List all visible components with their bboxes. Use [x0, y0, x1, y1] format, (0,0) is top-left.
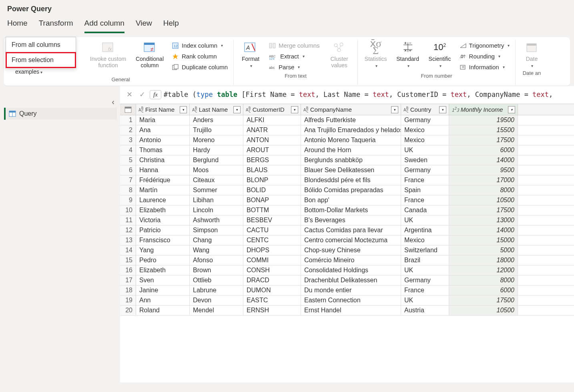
cell[interactable]: Roland	[136, 306, 190, 315]
table-row[interactable]: 18JanineLabruneDUMONDu monde entierFranc…	[120, 285, 574, 296]
collapse-pane-icon[interactable]: ‹	[112, 97, 114, 107]
table-row[interactable]: 9LaurenceLibihanBONAPBon app'France10500	[120, 195, 574, 205]
cell[interactable]: Ashworth	[190, 215, 243, 225]
table-row[interactable]: 6HannaMoosBLAUSBlauer See DelikatessenGe…	[120, 165, 574, 175]
cell[interactable]: Hardy	[190, 145, 243, 155]
cell[interactable]: Christina	[136, 155, 190, 165]
cell[interactable]: AROUT	[243, 145, 301, 155]
cell[interactable]: 17000	[449, 175, 518, 185]
table-corner-icon[interactable]	[120, 104, 136, 115]
column-header[interactable]: ABCLast Name▾	[190, 104, 243, 115]
cell[interactable]: BONAP	[243, 195, 301, 205]
parse-button[interactable]: abc Parse▾	[267, 63, 321, 71]
table-row[interactable]: 13FransciscoChangCENTCCentro comercial M…	[120, 235, 574, 245]
cell[interactable]: 15000	[449, 235, 518, 245]
cell[interactable]: 6000	[449, 145, 518, 155]
filter-icon[interactable]: ▾	[291, 106, 298, 113]
tab-home[interactable]: Home	[7, 16, 28, 33]
cell[interactable]: B's Beverages	[301, 215, 401, 225]
filter-icon[interactable]: ▾	[391, 106, 398, 113]
table-row[interactable]: 14YangWangDHOPSChop-suey ChineseSwitzerl…	[120, 245, 574, 255]
cell[interactable]: DHOPS	[243, 245, 301, 255]
cell[interactable]: Mexico	[401, 125, 449, 135]
cell[interactable]: Devon	[190, 296, 243, 305]
formula-text[interactable]: #table (type table [First Name = text, L…	[164, 90, 553, 99]
cell[interactable]: Afonso	[190, 255, 243, 265]
cell[interactable]: Ann	[136, 296, 190, 305]
cell[interactable]: Mexico	[401, 135, 449, 145]
cell[interactable]: 14000	[449, 155, 518, 165]
cell[interactable]: Thomas	[136, 145, 190, 155]
column-header[interactable]: ABCCustomerID▾	[243, 104, 301, 115]
column-header[interactable]: ABCCompanyName▾	[301, 104, 401, 115]
cell[interactable]: Bottom-Dollar Markets	[301, 205, 401, 215]
table-row[interactable]: 8MartínSommerBOLIDBólido Comidas prepara…	[120, 185, 574, 195]
cell[interactable]: Anders	[190, 115, 243, 125]
cell[interactable]: 19500	[449, 115, 518, 125]
duplicate-column-button[interactable]: Duplicate column	[171, 63, 229, 71]
cell[interactable]: 6000	[449, 285, 518, 295]
standard-button[interactable]: +−×÷ Standard▾	[394, 40, 422, 68]
cell[interactable]: Moreno	[190, 135, 243, 145]
cell[interactable]: UK	[401, 265, 449, 275]
filter-icon[interactable]: ▾	[508, 106, 515, 113]
cell[interactable]: EASTC	[243, 296, 301, 305]
cell[interactable]: ANTON	[243, 135, 301, 145]
cell[interactable]: 8000	[449, 275, 518, 285]
cell[interactable]: Libihan	[190, 195, 243, 205]
cell[interactable]: 14000	[449, 225, 518, 235]
cell[interactable]: Elizabeth	[136, 265, 190, 275]
tab-transform[interactable]: Transform	[39, 16, 73, 33]
cell[interactable]: Berglund	[190, 155, 243, 165]
rounding-button[interactable]: .0 Rounding▾	[458, 52, 512, 60]
trigonometry-button[interactable]: Trigonometry▾	[458, 41, 512, 50]
cell[interactable]: Blauer See Delikatessen	[301, 165, 401, 175]
cell[interactable]: Labrune	[190, 285, 243, 295]
column-header[interactable]: 123Monthly Income▾	[449, 104, 518, 115]
cell[interactable]: Argentina	[401, 225, 449, 235]
table-row[interactable]: 5ChristinaBerglundBERGSBerglunds snabbkö…	[120, 155, 574, 165]
table-row[interactable]: 20RolandMendelERNSHErnst HandelAustria10…	[120, 306, 574, 316]
information-button[interactable]: Information▾	[458, 63, 512, 71]
table-row[interactable]: 19AnnDevonEASTCEastern ConnectionUK17500	[120, 296, 574, 306]
cell[interactable]: Maria	[136, 115, 190, 125]
cell[interactable]: 9500	[449, 165, 518, 175]
cell[interactable]: BLAUS	[243, 165, 301, 175]
cell[interactable]: Du monde entier	[301, 285, 401, 295]
filter-icon[interactable]: ▾	[180, 106, 187, 113]
scientific-button[interactable]: 102 Scientific▾	[426, 40, 454, 68]
cell[interactable]: Franscisco	[136, 235, 190, 245]
cell[interactable]: UK	[401, 215, 449, 225]
dropdown-from-all-columns[interactable]: From all columns	[6, 37, 76, 52]
cell[interactable]: Chang	[190, 235, 243, 245]
cell[interactable]: Consolidated Holdings	[301, 265, 401, 275]
rank-column-button[interactable]: Rank column	[171, 52, 229, 60]
cell[interactable]: Switzerland	[401, 245, 449, 255]
cell[interactable]: 12000	[449, 265, 518, 275]
cell[interactable]: Austria	[401, 306, 449, 315]
cell[interactable]: Around the Horn	[301, 145, 401, 155]
cell[interactable]: BESBEV	[243, 215, 301, 225]
cell[interactable]: COMMI	[243, 255, 301, 265]
cell[interactable]: CENTC	[243, 235, 301, 245]
table-row[interactable]: 7FrédériqueCiteauxBLONPBlondesddsl pére …	[120, 175, 574, 185]
cell[interactable]: Germany	[401, 115, 449, 125]
fx-icon[interactable]: fx	[150, 90, 161, 99]
table-row[interactable]: 16ElizabethBrownCONSHConsolidated Holdin…	[120, 265, 574, 275]
column-header[interactable]: ABCFirst Name▾	[136, 104, 190, 115]
cell[interactable]: 5000	[449, 245, 518, 255]
extract-button[interactable]: ABC123 Extract▾	[267, 52, 321, 60]
column-header[interactable]: ABCCountry▾	[401, 104, 449, 115]
cell[interactable]: Sven	[136, 275, 190, 285]
conditional-column-button[interactable]: ≠ Conditional column	[133, 40, 167, 68]
cell[interactable]: Citeaux	[190, 175, 243, 185]
cell[interactable]: Berglunds snabbköp	[301, 155, 401, 165]
cell[interactable]: Germany	[401, 165, 449, 175]
cell[interactable]: France	[401, 175, 449, 185]
cell[interactable]: Mexico	[401, 235, 449, 245]
cell[interactable]: Victoria	[136, 215, 190, 225]
cell[interactable]: Canada	[401, 205, 449, 215]
cell[interactable]: Ana Trujillo Emaredados y helados	[301, 125, 401, 135]
index-column-button[interactable]: 12 Index column▾	[171, 41, 229, 50]
dropdown-from-selection[interactable]: From selection	[6, 52, 76, 68]
